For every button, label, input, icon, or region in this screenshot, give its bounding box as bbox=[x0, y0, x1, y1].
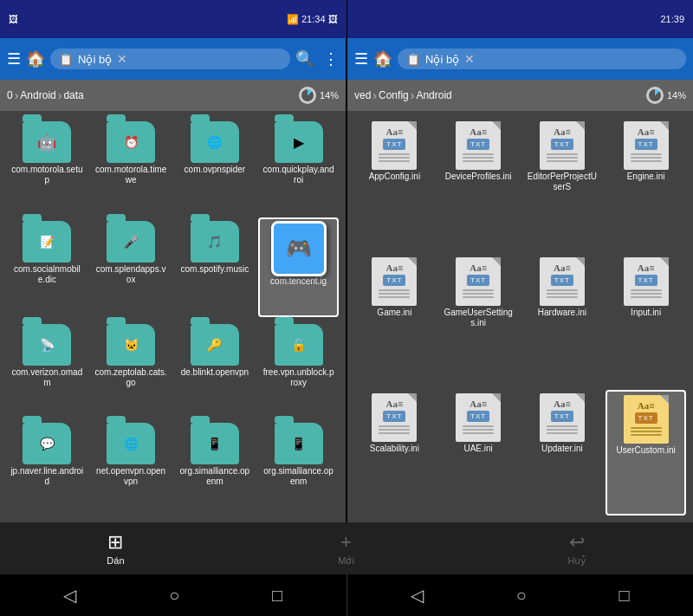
app-bar-left: ☰ 🏠 📋 Nội bộ ✕ 🔍 ⋮ bbox=[0, 38, 347, 80]
folder-zeptolab[interactable]: 🐱 com.zeptolab.cats.go bbox=[91, 321, 172, 417]
breadcrumb-left: 0 › Android › data 14% bbox=[0, 80, 346, 111]
folder-freevpn[interactable]: 🔓 free.vpn.unblock.proxy bbox=[258, 321, 339, 417]
notification-icon: 🖼 bbox=[9, 14, 18, 24]
breadcrumb-right: ved › Config › Android 14% bbox=[347, 80, 693, 111]
tab-left-label: Nội bộ bbox=[78, 53, 112, 66]
paste-button[interactable]: ⊞ Dán bbox=[96, 528, 134, 569]
tab-left-icon: 📋 bbox=[59, 53, 73, 66]
nav-bar-right: ◁ ○ □ bbox=[347, 574, 694, 616]
folder-verizon[interactable]: 📡 com.verizon.omadm bbox=[7, 321, 87, 417]
left-panel: 0 › Android › data 14% 🤖 com.motorola.se… bbox=[0, 80, 347, 522]
folder-tencent[interactable]: 🎮 com.tencent.ig bbox=[258, 217, 339, 317]
file-game[interactable]: Aa≡ TXT Game.ini bbox=[354, 254, 435, 386]
sim-icon: 📶 bbox=[287, 14, 299, 25]
home-button-left[interactable]: ○ bbox=[169, 586, 179, 606]
folder-openvpn[interactable]: 🌐 net.openvpn.openvpn bbox=[91, 419, 172, 515]
file-updater[interactable]: Aa≡ TXT Updater.ini bbox=[522, 390, 603, 515]
home-button-right[interactable]: ○ bbox=[516, 586, 527, 606]
file-engine[interactable]: Aa≡ TXT Engine.ini bbox=[606, 118, 686, 250]
folder-quickplay[interactable]: ▶ com.quickplay.androi bbox=[258, 118, 339, 214]
folder-blinkt[interactable]: 🔑 de.blinkt.openvpn bbox=[175, 321, 256, 417]
file-uae[interactable]: Aa≡ TXT UAE.ini bbox=[438, 390, 519, 515]
folder-motorola-time[interactable]: ⏰ com.motorola.timewe bbox=[91, 118, 172, 214]
folder-socialmobile[interactable]: 📝 com.socialnmobile.dic bbox=[7, 217, 87, 317]
time-right: 21:39 bbox=[660, 14, 684, 24]
menu-icon-right[interactable]: ☰ bbox=[354, 49, 368, 68]
folder-spotify[interactable]: 🎵 com.spotify.music bbox=[175, 217, 256, 317]
search-icon-left[interactable]: 🔍 bbox=[295, 49, 314, 68]
paste-icon: ⊞ bbox=[107, 531, 123, 554]
tab-right[interactable]: 📋 Nội bộ ✕ bbox=[398, 49, 686, 69]
status-bar-left: 🖼 📶 21:34 🖼 bbox=[0, 0, 347, 38]
tab-left-close[interactable]: ✕ bbox=[117, 52, 127, 66]
file-appconfig[interactable]: Aa≡ TXT AppConfig.ini bbox=[354, 118, 435, 250]
folder-motorola-setup[interactable]: 🤖 com.motorola.setup bbox=[7, 118, 87, 214]
tab-right-label: Nội bộ bbox=[425, 53, 459, 66]
tab-left[interactable]: 📋 Nội bộ ✕ bbox=[50, 49, 290, 69]
home-icon-right[interactable]: 🏠 bbox=[373, 49, 392, 68]
status-bar-right: 21:39 bbox=[347, 0, 694, 38]
storage-right: 14% bbox=[667, 90, 686, 101]
tab-right-close[interactable]: ✕ bbox=[464, 52, 475, 66]
recents-button-right[interactable]: □ bbox=[619, 586, 630, 606]
back-button-right[interactable]: ◁ bbox=[411, 585, 424, 606]
file-editorperproject[interactable]: Aa≡ TXT EditorPerProjectUserS bbox=[522, 118, 603, 250]
left-file-grid: 🤖 com.motorola.setup ⏰ com.motorola.time… bbox=[0, 111, 346, 522]
folder-splend[interactable]: 🎤 com.splendapps.vox bbox=[91, 217, 172, 317]
file-gameusersettings[interactable]: Aa≡ TXT GameUserSettings.ini bbox=[438, 254, 519, 386]
file-scalability[interactable]: Aa≡ TXT Scalability.ini bbox=[354, 390, 435, 515]
file-deviceprofiles[interactable]: Aa≡ TXT DeviceProfiles.ini bbox=[438, 118, 519, 250]
file-input[interactable]: Aa≡ TXT Input.ini bbox=[606, 254, 686, 386]
right-file-grid: Aa≡ TXT AppConfig.ini Aa≡ TXT DeviceProf… bbox=[347, 111, 693, 522]
time-left: 21:34 bbox=[301, 14, 326, 24]
right-panel: ved › Config › Android 14% Aa≡ TXT AppCo… bbox=[347, 80, 693, 522]
folder-simalliance1[interactable]: 📱 org.simalliance.openm bbox=[175, 419, 256, 515]
storage-left: 14% bbox=[320, 90, 339, 101]
file-usercustom[interactable]: Aa≡ TXT UserCustom.ini bbox=[606, 390, 686, 515]
new-icon: + bbox=[340, 531, 352, 554]
folder-ovpnspider[interactable]: 🌐 com.ovpnspider bbox=[175, 118, 256, 214]
file-hardware[interactable]: Aa≡ TXT Hardware.ini bbox=[522, 254, 603, 386]
undo-button[interactable]: ↩ Huỷ bbox=[558, 528, 597, 570]
more-icon-left[interactable]: ⋮ bbox=[323, 49, 339, 68]
tab-right-icon: 📋 bbox=[406, 53, 420, 66]
new-button[interactable]: + Mới bbox=[327, 528, 365, 570]
undo-icon: ↩ bbox=[569, 531, 585, 554]
back-button-left[interactable]: ◁ bbox=[63, 585, 76, 606]
folder-simalliance2[interactable]: 📱 org.simalliance.openm bbox=[258, 419, 339, 515]
home-icon-left[interactable]: 🏠 bbox=[26, 49, 45, 68]
screenshot-icon: 🖼 bbox=[328, 14, 338, 24]
app-bar-right: ☰ 🏠 📋 Nội bộ ✕ bbox=[347, 38, 693, 80]
menu-icon-left[interactable]: ☰ bbox=[7, 49, 21, 68]
nav-bar-left: ◁ ○ □ bbox=[0, 574, 347, 616]
recents-button-left[interactable]: □ bbox=[272, 586, 282, 606]
bottom-toolbar: ⊞ Dán + Mới ↩ Huỷ bbox=[0, 522, 693, 574]
folder-naver[interactable]: 💬 jp.naver.line.android bbox=[7, 419, 87, 515]
